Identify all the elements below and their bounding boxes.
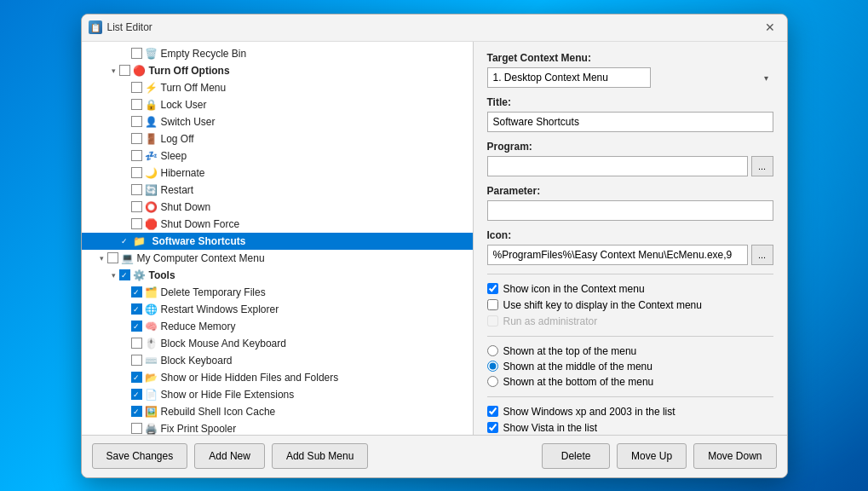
tree-item-tools[interactable]: ▾⚙️Tools: [82, 267, 473, 284]
move-down-button[interactable]: Move Down: [693, 443, 776, 469]
tree-checkbox-switch-user[interactable]: [131, 116, 142, 127]
tree-checkbox-block-mouse-keyboard[interactable]: [131, 338, 142, 349]
use-shift-checkbox[interactable]: [487, 299, 498, 310]
tree-expand-icon[interactable]: ▾: [109, 270, 119, 280]
tree-expand-icon: [109, 236, 119, 246]
tree-icon-show-hide-hidden: 📂: [145, 371, 158, 384]
tree-checkbox-software-shortcuts[interactable]: [119, 235, 130, 246]
right-panel: Target Context Menu: 1. Desktop Context …: [474, 42, 787, 435]
tree-item-turn-off-options[interactable]: ▾🔴Turn Off Options: [82, 62, 473, 79]
tree-item-block-mouse-keyboard[interactable]: 🖱️Block Mouse And Keyboard: [82, 335, 473, 352]
pos-middle-radio[interactable]: [487, 361, 498, 372]
tree-expand-icon: [121, 373, 131, 383]
tree-checkbox-empty-recycle[interactable]: [131, 48, 142, 59]
show-icon-label: Show icon in the Context menu: [503, 283, 645, 295]
pos-top-radio[interactable]: [487, 345, 498, 356]
add-new-button[interactable]: Add New: [194, 443, 265, 469]
move-up-button[interactable]: Move Up: [617, 443, 687, 469]
tree-checkbox-sleep[interactable]: [131, 150, 142, 161]
icon-row: Icon: ...: [487, 229, 773, 265]
use-shift-label: Use shift key to display in the Context …: [503, 299, 702, 311]
program-input[interactable]: [487, 156, 748, 176]
tree-expand-icon: [121, 355, 131, 366]
tree-checkbox-block-keyboard[interactable]: [131, 355, 142, 366]
tree-checkbox-show-hide-hidden[interactable]: [131, 372, 142, 383]
tree-item-shut-down-force[interactable]: 🛑Shut Down Force: [82, 216, 473, 233]
tree-icon-show-hide-ext: 📄: [145, 388, 158, 401]
tree-checkbox-my-computer-context[interactable]: [107, 252, 118, 263]
tree-label-block-mouse-keyboard: Block Mouse And Keyboard: [161, 338, 286, 349]
pos-middle-label: Shown at the middle of the menu: [503, 361, 652, 373]
tree-label-software-shortcuts: Software Shortcuts: [149, 235, 250, 247]
add-sub-menu-button[interactable]: Add Sub Menu: [272, 443, 368, 469]
pos-bottom-label: Shown at the bottom of the menu: [503, 376, 654, 388]
tree-item-show-hide-ext[interactable]: 📄Show or Hide File Extensions: [82, 386, 473, 403]
delete-button[interactable]: Delete: [542, 443, 610, 469]
tree-item-fix-print-spooler[interactable]: 🖨️Fix Print Spooler: [82, 420, 473, 435]
pos-bottom-radio[interactable]: [487, 376, 498, 387]
tree-checkbox-restart[interactable]: [131, 184, 142, 195]
tree-checkbox-fix-print-spooler[interactable]: [131, 423, 142, 434]
parameter-row: Parameter:: [487, 185, 773, 221]
tree-item-shut-down[interactable]: ⭕Shut Down: [82, 199, 473, 216]
tree-item-show-hide-hidden[interactable]: 📂Show or Hide Hidden Files and Folders: [82, 369, 473, 386]
show-icon-checkbox[interactable]: [487, 283, 498, 294]
tree-panel[interactable]: 🗑️Empty Recycle Bin▾🔴Turn Off Options⚡Tu…: [82, 42, 474, 435]
tree-item-block-keyboard[interactable]: ⌨️Block Keyboard: [82, 352, 473, 369]
tree-item-sleep[interactable]: 💤Sleep: [82, 147, 473, 165]
icon-input[interactable]: [487, 245, 748, 265]
tree-checkbox-hibernate[interactable]: [131, 167, 142, 178]
tree-icon-tools: ⚙️: [133, 269, 147, 282]
tree-expand-icon: [121, 202, 131, 212]
show-vista-label: Show Vista in the list: [503, 422, 598, 434]
tree-item-my-computer-context[interactable]: ▾💻My Computer Context Menu: [82, 250, 473, 267]
save-changes-button[interactable]: Save Changes: [92, 443, 188, 469]
close-button[interactable]: ✕: [760, 17, 780, 38]
tree-item-log-off[interactable]: 🚪Log Off: [82, 130, 473, 147]
tree-checkbox-turn-off-options[interactable]: [119, 65, 130, 76]
icon-browse-button[interactable]: ...: [751, 245, 773, 265]
tree-item-hibernate[interactable]: 🌙Hibernate: [82, 165, 473, 182]
list-editor-dialog: 📋 List Editor ✕ 🗑️Empty Recycle Bin▾🔴Tur…: [81, 14, 788, 478]
tree-expand-icon: [121, 321, 131, 332]
tree-checkbox-show-hide-ext[interactable]: [131, 389, 142, 400]
tree-checkbox-log-off[interactable]: [131, 133, 142, 144]
tree-checkbox-shut-down[interactable]: [131, 201, 142, 212]
tree-item-empty-recycle[interactable]: 🗑️Empty Recycle Bin: [82, 45, 473, 62]
tree-checkbox-restart-explorer[interactable]: [131, 303, 142, 315]
tree-expand-icon[interactable]: ▾: [109, 66, 119, 76]
show-winxp-row: Show Windows xp and 2003 in the list: [487, 406, 773, 418]
parameter-input[interactable]: [487, 200, 773, 221]
tree-item-software-shortcuts[interactable]: 📁Software Shortcuts: [82, 233, 473, 250]
run-admin-row: Run as administrator: [487, 315, 773, 327]
tree-checkbox-tools[interactable]: [119, 269, 130, 280]
program-input-row: ...: [487, 156, 773, 176]
tree-checkbox-rebuild-icon-cache[interactable]: [131, 406, 142, 417]
tree-checkbox-reduce-memory[interactable]: [131, 321, 142, 332]
tree-label-block-keyboard: Block Keyboard: [161, 355, 233, 367]
tree-label-turn-off-options: Turn Off Options: [149, 65, 230, 77]
tree-item-delete-temp[interactable]: 🗂️Delete Temporary Files: [82, 284, 473, 301]
show-vista-checkbox[interactable]: [487, 422, 498, 433]
run-admin-checkbox[interactable]: [487, 315, 498, 326]
target-context-select[interactable]: 1. Desktop Context Menu2. My Computer Co…: [487, 67, 651, 88]
tree-checkbox-lock-user[interactable]: [131, 99, 142, 110]
tree-expand-icon: [121, 151, 131, 161]
tree-item-restart[interactable]: 🔄Restart: [82, 182, 473, 199]
tree-checkbox-delete-temp[interactable]: [131, 286, 142, 297]
tree-expand-icon[interactable]: ▾: [97, 253, 107, 263]
dialog-title: List Editor: [107, 21, 760, 33]
tree-checkbox-turn-off-menu[interactable]: [131, 82, 142, 93]
tree-item-rebuild-icon-cache[interactable]: 🖼️Rebuild Shell Icon Cache: [82, 403, 473, 420]
program-row: Program: ...: [487, 141, 773, 176]
show-winxp-checkbox[interactable]: [487, 406, 498, 417]
tree-checkbox-shut-down-force[interactable]: [131, 218, 142, 229]
tree-item-turn-off-menu[interactable]: ⚡Turn Off Menu: [82, 79, 473, 96]
tree-item-lock-user[interactable]: 🔒Lock User: [82, 96, 473, 113]
program-browse-button[interactable]: ...: [751, 156, 773, 176]
tree-item-reduce-memory[interactable]: 🧠Reduce Memory: [82, 318, 473, 335]
tree-item-switch-user[interactable]: 👤Switch User: [82, 113, 473, 130]
content-area: 🗑️Empty Recycle Bin▾🔴Turn Off Options⚡Tu…: [82, 42, 787, 435]
title-input[interactable]: [487, 112, 773, 132]
tree-item-restart-explorer[interactable]: 🌐Restart Windows Explorer: [82, 301, 473, 318]
